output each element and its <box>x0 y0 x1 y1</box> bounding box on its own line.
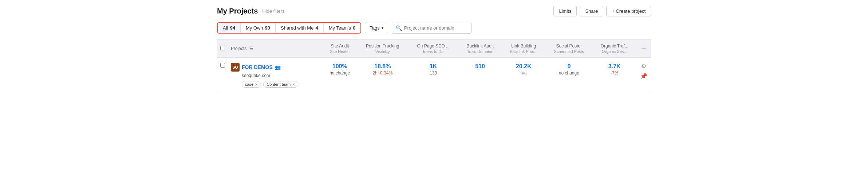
action-cell: ⚙ 📌 <box>636 58 651 93</box>
metric-site-audit: 100% no change <box>323 58 357 93</box>
projects-table: Projects ☰ Site Audit Site Health Positi… <box>217 39 651 93</box>
metric-backlink-audit: 510 <box>458 58 502 93</box>
limits-button[interactable]: Limits <box>553 6 577 16</box>
chevron-down-icon: ▾ <box>382 26 383 30</box>
metric-on-page-seo-primary: 1K <box>411 63 455 70</box>
metric-link-building-secondary: n/a <box>505 70 542 76</box>
col-backlink-audit-label: Backlink Audit <box>466 43 494 49</box>
col-organic-traf-subtitle: Organic Ses... <box>595 49 634 54</box>
metric-position-tracking-time: 2h <box>372 70 379 76</box>
col-position-tracking-subtitle: Visibility <box>360 49 405 54</box>
col-link-building-label: Link Building <box>511 43 536 49</box>
search-input[interactable] <box>404 25 468 31</box>
tag-content-team-label: Content team <box>267 82 291 87</box>
col-site-audit-subtitle: Site Health <box>326 49 354 54</box>
metric-link-building: 20.2K n/a <box>502 58 545 93</box>
metric-position-tracking: 18.8% 2h -0.34% <box>357 58 408 93</box>
row-checkbox-cell[interactable] <box>217 58 228 93</box>
metric-position-tracking-secondary: 2h -0.34% <box>360 70 405 76</box>
avatar: SQ <box>231 63 240 72</box>
metric-organic-traf: 3.7K -7% <box>592 58 636 93</box>
hide-filters-link[interactable]: Hide filters <box>262 8 284 14</box>
metric-site-audit-secondary: no change <box>326 70 354 76</box>
page-title: My Projects <box>217 7 258 15</box>
tab-my-own-label: My Own <box>246 25 263 31</box>
select-all-checkbox[interactable] <box>220 46 225 50</box>
col-link-building-subtitle: Backlink Pros... <box>505 49 542 54</box>
metric-social-poster-secondary: no change <box>548 70 589 76</box>
metric-social-poster-primary: 0 <box>548 63 589 70</box>
settings-icon[interactable]: ⚙ <box>641 63 646 70</box>
metric-on-page-seo: 1K 133 <box>408 58 458 93</box>
header-left: My Projects Hide filters <box>217 7 285 15</box>
col-link-building: Link Building Backlink Pros... <box>502 40 545 58</box>
table-row: SQ FOR DEMOS 👥 seoquake.com case ✕ <box>217 58 651 93</box>
search-icon: 🔍 <box>396 25 402 31</box>
col-social-poster: Social Poster Scheduled Posts <box>545 40 592 58</box>
tab-all-count: 94 <box>230 25 235 31</box>
metric-on-page-seo-secondary: 133 <box>411 70 455 76</box>
col-on-page-seo: On Page SEO ... Ideas to Do <box>408 40 458 58</box>
metric-organic-traf-secondary: -7% <box>595 70 634 76</box>
metric-position-tracking-change: -0.34% <box>379 70 392 76</box>
metric-backlink-audit-primary: 510 <box>461 63 499 70</box>
project-name[interactable]: FOR DEMOS <box>242 64 273 70</box>
col-site-audit: Site Audit Site Health <box>323 40 357 58</box>
tab-teams[interactable]: My Team's 0 <box>324 23 361 33</box>
project-cell: SQ FOR DEMOS 👥 seoquake.com case ✕ <box>228 58 323 93</box>
shared-users-icon: 👥 <box>275 65 281 70</box>
filter-row: All 94 My Own 90 Shared with Me 4 My Tea… <box>217 22 651 34</box>
project-domain[interactable]: seoquake.com <box>242 73 320 78</box>
tab-teams-label: My Team's <box>329 25 351 31</box>
tag-content-team-remove[interactable]: ✕ <box>292 83 295 87</box>
col-on-page-seo-label: On Page SEO ... <box>417 43 449 49</box>
col-projects-label: Projects <box>231 46 246 51</box>
col-projects: Projects ☰ <box>228 40 323 58</box>
tab-my-own[interactable]: My Own 90 <box>241 23 276 33</box>
tag-content-team: Content team ✕ <box>263 81 298 88</box>
table-body: SQ FOR DEMOS 👥 seoquake.com case ✕ <box>217 58 651 93</box>
select-all-checkbox-cell[interactable] <box>217 40 228 58</box>
tags-dropdown[interactable]: Tags ▾ <box>365 23 388 33</box>
search-box[interactable]: 🔍 <box>392 23 472 34</box>
tab-shared-count: 4 <box>315 25 318 31</box>
project-info: SQ FOR DEMOS 👥 seoquake.com case ✕ <box>231 63 320 88</box>
tag-case-remove[interactable]: ✕ <box>255 83 258 87</box>
tab-shared[interactable]: Shared with Me 4 <box>276 23 324 33</box>
col-position-tracking-label: Position Tracking <box>366 43 399 49</box>
col-social-poster-label: Social Poster <box>556 43 582 49</box>
row-checkbox[interactable] <box>220 63 225 68</box>
col-site-audit-label: Site Audit <box>331 43 349 49</box>
header-row: My Projects Hide filters Limits Share + … <box>217 6 651 16</box>
tab-group: All 94 My Own 90 Shared with Me 4 My Tea… <box>217 22 361 34</box>
pin-icon[interactable]: 📌 <box>640 73 647 80</box>
tag-case: case ✕ <box>242 81 261 88</box>
col-position-tracking: Position Tracking Visibility <box>357 40 408 58</box>
avatar-text: SQ <box>233 65 238 69</box>
metric-organic-traf-primary: 3.7K <box>595 63 634 70</box>
col-organic-traf: Organic Traf... Organic Ses... <box>592 40 636 58</box>
create-project-button[interactable]: + Create project <box>606 6 651 16</box>
tags-label: Tags <box>370 25 379 31</box>
filter-icon[interactable]: ☰ <box>249 46 253 51</box>
tag-case-label: case <box>245 82 253 87</box>
metric-position-tracking-primary: 18.8% <box>360 63 405 70</box>
metric-link-building-primary: 20.2K <box>505 63 542 70</box>
tab-all-label: All <box>223 25 228 31</box>
table-header: Projects ☰ Site Audit Site Health Positi… <box>217 40 651 58</box>
header-right: Limits Share + Create project <box>553 6 651 16</box>
col-on-page-seo-subtitle: Ideas to Do <box>411 49 455 54</box>
col-social-poster-subtitle: Scheduled Posts <box>548 49 589 54</box>
col-actions: — <box>636 40 651 58</box>
tab-all[interactable]: All 94 <box>218 23 241 33</box>
col-backlink-audit: Backlink Audit Toxic Domains <box>458 40 502 58</box>
col-organic-traf-label: Organic Traf... <box>601 43 628 49</box>
tab-shared-label: Shared with Me <box>281 25 313 31</box>
tab-my-own-count: 90 <box>265 25 270 31</box>
col-backlink-audit-subtitle: Toxic Domains <box>461 49 499 54</box>
tab-teams-count: 0 <box>353 25 355 31</box>
metric-site-audit-primary: 100% <box>326 63 354 70</box>
project-name-row: SQ FOR DEMOS 👥 <box>231 63 320 72</box>
share-button[interactable]: Share <box>580 6 603 16</box>
tags-row: case ✕ Content team ✕ <box>242 81 320 88</box>
